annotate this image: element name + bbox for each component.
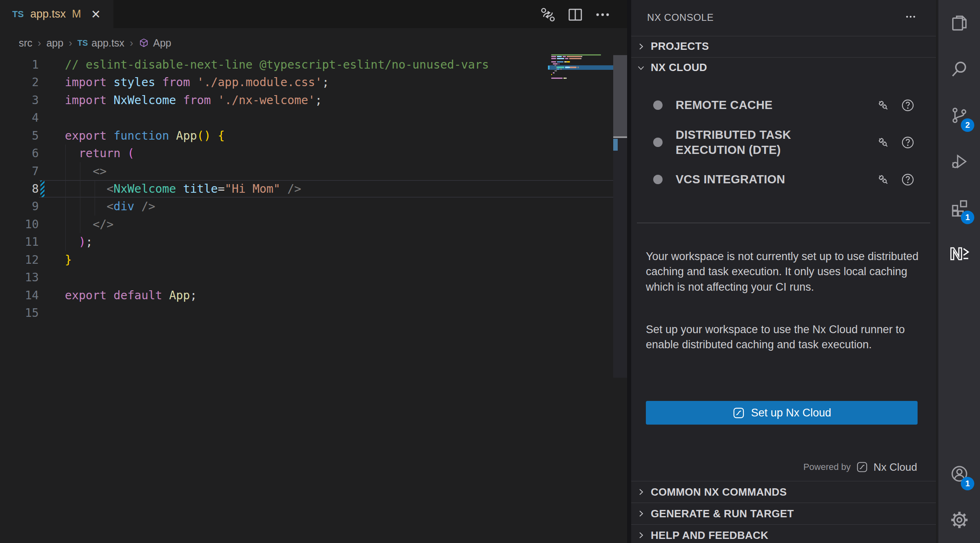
distributed-task-execution-connect-button[interactable] — [876, 136, 890, 149]
remote-cache-connect-button[interactable] — [876, 98, 890, 112]
line-number: 12 — [0, 251, 39, 269]
feature-remote-cache: REMOTE CACHE — [631, 87, 936, 124]
feature-label: VCS INTEGRATION — [676, 172, 855, 187]
activity-nx-console[interactable] — [938, 231, 980, 277]
more-actions-button[interactable] — [594, 6, 611, 23]
breadcrumb: src›app›TSapp.tsx›App — [19, 33, 171, 52]
feature-actions — [876, 136, 915, 149]
minimap[interactable] — [548, 54, 613, 87]
typescript-file-icon: TS — [12, 9, 24, 20]
section-label: PROJECTS — [651, 40, 709, 53]
feature-label: REMOTE CACHE — [676, 98, 855, 113]
code-line[interactable]: 3import NxWelcome from './nx-welcome'; — [0, 91, 613, 109]
chevron-right-icon — [636, 42, 646, 51]
more-actions-icon[interactable] — [903, 11, 918, 23]
activity-accounts[interactable]: 1 — [938, 451, 980, 497]
line-number: 3 — [0, 91, 39, 109]
code-line[interactable]: 9 <div /> — [0, 198, 613, 215]
code-line[interactable]: 12} — [0, 251, 613, 269]
feature-distributed-task-execution: DISTRIBUTED TASK EXECUTION (DTE) — [631, 124, 936, 161]
code-line[interactable]: 15 — [0, 304, 613, 322]
code-text: </> — [65, 216, 113, 233]
code-line[interactable]: 14export default App; — [0, 287, 613, 304]
section-generate-run-target[interactable]: GENERATE & RUN TARGET — [631, 503, 936, 524]
line-number: 5 — [0, 127, 39, 145]
open-changes-button[interactable] — [539, 6, 557, 23]
setup-nx-cloud-button[interactable]: Set up Nx Cloud — [646, 401, 918, 425]
status-dot — [653, 138, 663, 147]
feature-label: DISTRIBUTED TASK EXECUTION (DTE) — [676, 127, 855, 158]
section-label: HELP AND FEEDBACK — [651, 529, 768, 542]
powered-by-label: Powered by — [803, 462, 851, 472]
code-text: import styles from './app.module.css'; — [65, 73, 329, 91]
activity-extensions[interactable]: 1 — [938, 185, 980, 231]
code-line[interactable]: 11 ); — [0, 233, 613, 251]
line-number: 15 — [0, 304, 39, 322]
code-line[interactable]: 1// eslint-disable-next-line @typescript… — [0, 56, 613, 73]
code-line[interactable]: 7 <> — [0, 162, 613, 180]
code-line[interactable]: 13 — [0, 269, 613, 286]
badge: 2 — [961, 118, 974, 132]
nx-cloud-logo-icon — [856, 461, 868, 473]
distributed-task-execution-help-button[interactable] — [901, 136, 915, 149]
overview-modified-marker — [613, 139, 618, 151]
breadcrumb-item-src[interactable]: src — [19, 37, 32, 49]
tab-label: app.tsx — [30, 8, 66, 20]
code-line[interactable]: 6 return ( — [0, 145, 613, 162]
symbol-cube-icon — [138, 38, 149, 49]
code-text: return ( — [65, 145, 134, 162]
breadcrumb-label: app — [47, 37, 64, 49]
section-nx-cloud[interactable]: NX CLOUD — [631, 57, 936, 78]
status-dot — [653, 100, 663, 110]
tab-app-tsx[interactable]: TS app.tsx M ✕ — [0, 0, 113, 28]
breadcrumb-separator: › — [130, 37, 133, 49]
vcs-integration-connect-button[interactable] — [876, 173, 890, 187]
activity-explorer[interactable] — [938, 0, 980, 46]
panel-divider[interactable] — [627, 0, 631, 543]
code-text: import NxWelcome from './nx-welcome'; — [65, 91, 322, 109]
settings-gear-icon — [950, 510, 969, 530]
scrollbar-thumb-end — [613, 136, 627, 138]
typescript-file-icon: TS — [78, 38, 88, 48]
current-line-highlight — [39, 180, 613, 181]
setup-hint-text: Set up your workspace to use the Nx Clou… — [646, 322, 922, 353]
nx-cloud-features: REMOTE CACHEDISTRIBUTED TASK EXECUTION (… — [631, 87, 936, 198]
code-line[interactable]: 8 <NxWelcome title="Hi Mom" /> — [0, 180, 613, 198]
breadcrumb-item-app[interactable]: App — [138, 37, 171, 49]
feature-vcs-integration: VCS INTEGRATION — [631, 161, 936, 198]
line-number: 1 — [0, 56, 39, 73]
breadcrumb-item-app[interactable]: app — [47, 37, 64, 49]
section-label: GENERATE & RUN TARGET — [651, 507, 794, 520]
activity-source-control[interactable]: 2 — [938, 92, 980, 138]
breadcrumb-separator: › — [69, 37, 72, 49]
close-icon[interactable]: ✕ — [91, 7, 101, 21]
powered-by: Powered by Nx Cloud — [803, 458, 917, 476]
code-text: export function App() { — [65, 127, 225, 145]
code-line[interactable]: 2import styles from './app.module.css'; — [0, 73, 613, 91]
line-number: 2 — [0, 73, 39, 91]
code-editor[interactable]: 1// eslint-disable-next-line @typescript… — [0, 0, 628, 543]
line-number: 11 — [0, 233, 39, 251]
line-number: 7 — [0, 162, 39, 180]
git-modified-gutter-indicator[interactable] — [40, 180, 44, 197]
vcs-integration-help-button[interactable] — [901, 173, 915, 187]
badge: 1 — [961, 211, 974, 224]
code-text: } — [65, 251, 72, 269]
remote-cache-help-button[interactable] — [901, 98, 915, 112]
code-line[interactable]: 5export function App() { — [0, 127, 613, 145]
activity-settings[interactable] — [938, 497, 980, 543]
section-label: NX CLOUD — [651, 61, 707, 74]
split-editor-button[interactable] — [567, 6, 584, 23]
breadcrumb-item-app-tsx[interactable]: TSapp.tsx — [78, 37, 124, 49]
section-common-nx-commands[interactable]: COMMON NX COMMANDS — [631, 481, 936, 503]
breadcrumb-label: src — [19, 37, 32, 49]
section-projects[interactable]: PROJECTS — [631, 36, 936, 56]
activity-run-debug[interactable] — [938, 138, 980, 185]
scrollbar-thumb[interactable] — [613, 55, 627, 136]
code-line[interactable]: 4 — [0, 109, 613, 127]
minimap-line — [548, 79, 613, 81]
chevron-right-icon — [636, 530, 646, 540]
code-line[interactable]: 10 </> — [0, 216, 613, 233]
section-help-and-feedback[interactable]: HELP AND FEEDBACK — [631, 524, 936, 543]
activity-search[interactable] — [938, 46, 980, 92]
